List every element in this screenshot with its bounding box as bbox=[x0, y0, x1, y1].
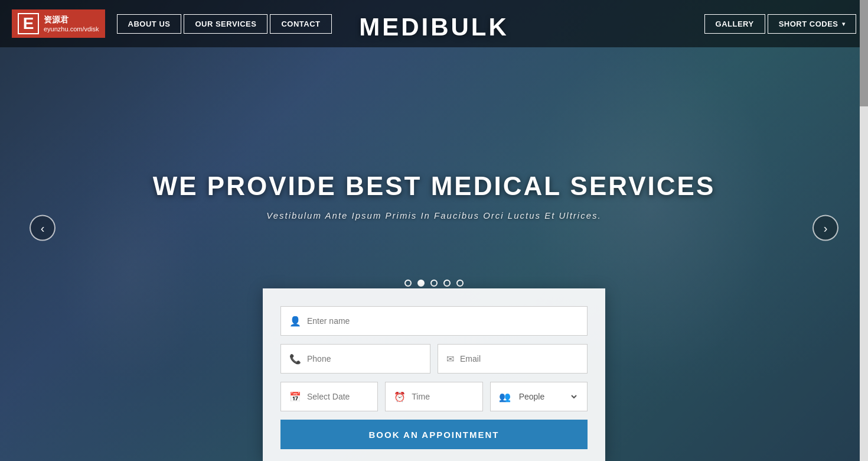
email-icon: ✉ bbox=[446, 353, 454, 365]
book-appointment-button[interactable]: Book An Appointment bbox=[280, 420, 588, 449]
short-codes-label: SHORT CODES bbox=[779, 20, 838, 28]
time-field-wrapper: ⏰ bbox=[385, 382, 482, 411]
hero-subheading: Vestibulum Ante Ipsum Primis In Faucibus… bbox=[0, 210, 868, 220]
people-field-wrapper: 👥 People 1 2 3 4 5+ bbox=[490, 382, 588, 411]
phone-input[interactable] bbox=[307, 354, 422, 363]
email-input[interactable] bbox=[460, 354, 579, 363]
nav-our-services[interactable]: OUR SERVICES bbox=[184, 14, 267, 34]
carousel-dot-4[interactable] bbox=[456, 280, 464, 287]
name-input[interactable] bbox=[307, 316, 579, 326]
carousel-dots bbox=[404, 280, 464, 287]
nav-links-right: GALLERY SHORT CODES ▾ bbox=[704, 14, 856, 34]
nav-short-codes[interactable]: SHORT CODES ▾ bbox=[768, 14, 856, 34]
logo-letter: E bbox=[18, 13, 39, 34]
nav-gallery[interactable]: GALLERY bbox=[704, 14, 765, 34]
logo-text: 资源君 eyunzhu.com/vdisk bbox=[44, 14, 99, 33]
carousel-dot-0[interactable] bbox=[404, 280, 412, 287]
hero-section: E 资源君 eyunzhu.com/vdisk ABOUT US OUR SER… bbox=[0, 0, 868, 461]
date-input[interactable] bbox=[307, 392, 369, 401]
logo-line2: eyunzhu.com/vdisk bbox=[44, 25, 99, 33]
carousel-dot-2[interactable] bbox=[430, 280, 438, 287]
person-icon: 👤 bbox=[289, 316, 301, 327]
carousel-dot-3[interactable] bbox=[443, 280, 451, 287]
email-field-wrapper: ✉ bbox=[438, 344, 588, 374]
time-input[interactable] bbox=[412, 392, 474, 401]
scrollbar-thumb[interactable] bbox=[860, 0, 868, 106]
calendar-icon: 📅 bbox=[289, 391, 301, 402]
logo-line1: 资源君 bbox=[44, 14, 99, 25]
date-field-wrapper: 📅 bbox=[280, 382, 378, 411]
form-row-datetime: 📅 ⏰ 👥 People 1 2 3 4 5+ bbox=[280, 382, 588, 411]
phone-icon: 📞 bbox=[289, 353, 301, 365]
booking-form: 👤 📞 ✉ 📅 ⏰ bbox=[263, 288, 605, 461]
site-title: MEDIBULK bbox=[359, 13, 509, 41]
nav-contact[interactable]: CONTACT bbox=[270, 14, 331, 34]
carousel-dot-1[interactable] bbox=[417, 280, 425, 287]
chevron-down-icon: ▾ bbox=[842, 21, 846, 27]
hero-heading: WE PROVIDE BEST MEDICAL SERVICES bbox=[0, 171, 868, 201]
clock-icon: ⏰ bbox=[394, 391, 406, 402]
scrollbar-track bbox=[860, 0, 868, 461]
logo[interactable]: E 资源君 eyunzhu.com/vdisk bbox=[12, 9, 105, 38]
people-icon: 👥 bbox=[499, 391, 511, 402]
nav-links-left: ABOUT US OUR SERVICES CONTACT bbox=[117, 14, 332, 34]
carousel-next-button[interactable]: › bbox=[812, 215, 838, 241]
form-row-name: 👤 bbox=[280, 306, 588, 336]
nav-about-us[interactable]: ABOUT US bbox=[117, 14, 182, 34]
people-select[interactable]: People 1 2 3 4 5+ bbox=[517, 391, 579, 402]
name-field-wrapper: 👤 bbox=[280, 306, 588, 336]
hero-content: WE PROVIDE BEST MEDICAL SERVICES Vestibu… bbox=[0, 171, 868, 220]
phone-field-wrapper: 📞 bbox=[280, 344, 430, 374]
form-row-contact: 📞 ✉ bbox=[280, 344, 588, 374]
